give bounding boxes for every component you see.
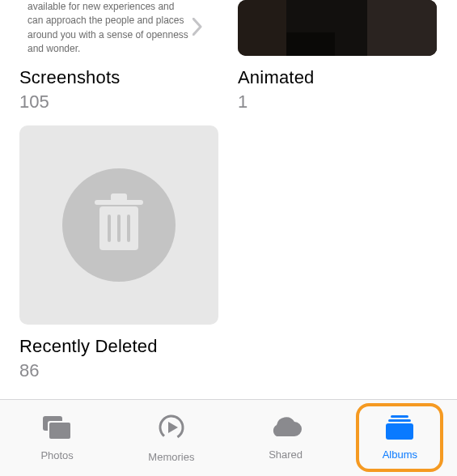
svg-rect-7 — [127, 215, 130, 242]
svg-rect-17 — [386, 423, 413, 440]
svg-marker-14 — [168, 422, 178, 433]
album-cover — [238, 0, 437, 56]
tab-label: Shared — [269, 448, 303, 461]
tab-photos[interactable]: Photos — [0, 400, 114, 476]
svg-rect-3 — [286, 32, 335, 56]
cover-text-snippet: available for new experiences and can ap… — [28, 0, 193, 56]
svg-rect-9 — [111, 193, 127, 202]
album-count: 1 — [238, 91, 437, 113]
svg-rect-6 — [117, 215, 121, 242]
photos-icon — [41, 414, 74, 444]
album-title: Animated — [238, 67, 437, 88]
cloud-icon — [269, 415, 303, 443]
svg-rect-15 — [391, 415, 408, 418]
albums-icon — [384, 415, 415, 443]
tab-label: Photos — [40, 449, 73, 461]
album-cover: available for new experiences and can ap… — [19, 0, 218, 56]
tab-albums[interactable]: Albums — [343, 400, 457, 476]
tab-memories[interactable]: Memories — [114, 400, 228, 476]
svg-rect-16 — [388, 419, 411, 422]
albums-row: available for new experiences and can ap… — [19, 0, 437, 113]
album-count: 86 — [19, 360, 218, 381]
trash-icon-container — [62, 168, 176, 282]
album-title: Screenshots — [19, 67, 218, 88]
photos-albums-view: available for new experiences and can ap… — [0, 0, 457, 476]
svg-rect-5 — [108, 215, 111, 242]
album-count: 105 — [19, 91, 218, 113]
trash-icon — [91, 192, 146, 258]
tab-label: Memories — [148, 451, 194, 463]
album-animated[interactable]: Animated 1 — [238, 0, 437, 113]
album-cover — [19, 125, 218, 325]
svg-rect-12 — [49, 423, 70, 439]
tab-shared[interactable]: Shared — [229, 400, 343, 476]
svg-rect-2 — [367, 0, 437, 56]
tab-label: Albums — [383, 448, 417, 461]
album-title: Recently Deleted — [19, 336, 218, 357]
chevron-right-icon — [193, 18, 202, 39]
album-screenshots[interactable]: available for new experiences and can ap… — [19, 0, 218, 113]
memories-icon — [157, 413, 186, 445]
albums-grid: available for new experiences and can ap… — [0, 0, 457, 381]
album-recently-deleted[interactable]: Recently Deleted 86 — [19, 113, 218, 381]
bottom-tab-bar: Photos Memories Shared Albums — [0, 399, 457, 476]
